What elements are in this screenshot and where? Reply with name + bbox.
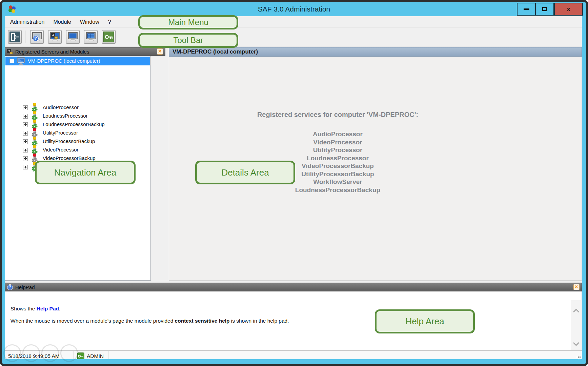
minimize-icon	[524, 8, 529, 10]
tree-node-label: LoudnessProcessorBackup	[43, 121, 105, 127]
expand-toggle[interactable]	[23, 148, 28, 152]
tree-node-label: AudioProcessor	[43, 104, 79, 110]
expand-toggle[interactable]	[23, 165, 28, 169]
tree-node-label: VM-DPEPROC (local computer)	[28, 58, 100, 64]
maximize-icon	[542, 7, 547, 11]
helppad-toggle-button[interactable]: ?	[30, 30, 44, 44]
service-item: UtilityProcessor	[169, 146, 506, 154]
helppad-link[interactable]: Help Pad	[37, 306, 59, 311]
exit-door-icon	[9, 32, 20, 42]
scroll-down-icon[interactable]	[572, 342, 580, 346]
helppad-panel: ? HelpPad ✕ Shows the Help Pad. When the…	[5, 283, 582, 350]
tree-node[interactable]: LoudnessProcessorBackup	[5, 120, 150, 129]
helppad-icon: ?	[7, 284, 13, 290]
navigation-toggle-button[interactable]	[48, 30, 62, 44]
helppad-header: ? HelpPad ✕	[5, 283, 582, 291]
menu-module[interactable]: Module	[53, 19, 71, 25]
menu-help[interactable]: ?	[108, 19, 111, 25]
expand-toggle[interactable]	[23, 122, 28, 127]
helppad-content: Shows the Help Pad. When the mouse is mo…	[5, 291, 582, 350]
close-button[interactable]: x	[554, 3, 583, 16]
resize-grip-icon[interactable]	[577, 356, 581, 359]
servers-tree-icon	[7, 49, 13, 54]
navigation-panel-title: Registered Servers and Modules	[15, 49, 89, 55]
annotation-navigation-area: Navigation Area	[35, 161, 136, 184]
expand-toggle[interactable]	[23, 105, 28, 110]
tree-node[interactable]: LoudnessProcessor	[5, 112, 150, 120]
expand-toggle[interactable]	[23, 114, 28, 119]
service-item: LoudnessProcessorBackup	[169, 186, 506, 194]
watermark-circle	[41, 344, 59, 362]
helppad-text: Shows the	[11, 306, 37, 311]
watermark-circle	[3, 344, 21, 362]
details-panel-title: VM-DPEPROC (local computer)	[173, 48, 258, 55]
key-icon	[103, 32, 114, 42]
annotation-main-menu: Main Menu	[138, 15, 238, 29]
tree-node[interactable]: AudioProcessor	[5, 103, 150, 112]
grid-view-icon	[86, 32, 96, 42]
helppad-emphasis: context sensitive help	[175, 318, 230, 324]
navigation-panel-icon	[50, 32, 60, 42]
helppad-monitor-icon: ?	[32, 32, 42, 42]
tree-node-root[interactable]: VM-DPEPROC (local computer)	[5, 57, 150, 65]
helppad-text: .	[59, 306, 60, 311]
collapse-toggle[interactable]	[9, 59, 14, 63]
scroll-up-icon[interactable]	[572, 308, 580, 313]
annotation-details-area: Details Area	[195, 161, 295, 184]
helppad-text: When the mouse is moved over a module's …	[11, 318, 175, 324]
expand-toggle[interactable]	[23, 131, 28, 136]
menu-window[interactable]: Window	[80, 19, 99, 25]
tree-node[interactable]: UtilityProcessor	[5, 129, 150, 137]
navigation-panel-header: Registered Servers and Modules ✕	[5, 47, 165, 56]
helppad-line1: Shows the Help Pad.	[11, 306, 60, 312]
annotation-help-area: Help Area	[375, 309, 475, 333]
tree-node-label: UtilityProcessor	[43, 130, 78, 136]
helppad-close-icon[interactable]: ✕	[573, 284, 580, 290]
tree-node-label: VideoProcessor	[43, 147, 79, 152]
service-item: AudioProcessor	[169, 130, 506, 138]
helppad-text: is shown in the help pad.	[230, 318, 289, 324]
tree-node[interactable]: UtilityProcessorBackup	[5, 137, 150, 146]
status-user-label: ADMIN	[87, 353, 104, 359]
helppad-line2: When the mouse is moved over a module's …	[11, 318, 289, 324]
computer-icon	[17, 57, 26, 65]
details-heading: Registered services for computer 'VM-DPE…	[169, 111, 506, 119]
maximize-button[interactable]	[535, 3, 554, 16]
helppad-title: HelpPad	[15, 284, 35, 290]
menu-bar: Administration Module Window ?	[5, 16, 582, 28]
exit-button[interactable]	[8, 30, 22, 44]
watermark-circle	[60, 344, 78, 362]
client-area: Administration Module Window ?	[5, 16, 582, 359]
window-title: SAF 3.0 Administration	[2, 2, 586, 16]
service-item: VideoProcessor	[169, 138, 506, 146]
login-button[interactable]	[102, 30, 116, 44]
menu-administration[interactable]: Administration	[10, 19, 44, 25]
help-question-icon: ?	[33, 36, 39, 41]
expand-toggle[interactable]	[23, 156, 28, 161]
status-user: ADMIN	[74, 351, 109, 359]
expand-toggle[interactable]	[23, 139, 28, 144]
minimize-button[interactable]	[517, 3, 536, 16]
watermark-circle	[22, 344, 40, 362]
status-bar: 5/18/2018 9:49:05 AM ADMIN	[5, 350, 582, 359]
title-bar[interactable]: SAF 3.0 Administration x	[2, 2, 586, 16]
key-icon	[77, 352, 84, 360]
tree-node-label: VideoProcessorBackup	[43, 155, 96, 161]
tool-bar: ?	[5, 28, 582, 46]
annotation-tool-bar: Tool Bar	[138, 33, 238, 48]
details-view-button[interactable]	[66, 30, 80, 44]
tree-node-label: UtilityProcessorBackup	[43, 138, 95, 144]
details-panel-header: VM-DPEPROC (local computer)	[169, 47, 582, 57]
table-view-button[interactable]	[84, 30, 98, 44]
toolbar-separator	[25, 30, 25, 43]
navigation-close-icon[interactable]: ✕	[157, 48, 163, 55]
tree-node-label: LoudnessProcessor	[43, 113, 88, 119]
tree-node[interactable]: VideoProcessor	[5, 146, 150, 154]
application-window: SAF 3.0 Administration x Administration …	[0, 0, 588, 366]
status-filler	[109, 351, 582, 359]
helppad-scrollbar[interactable]	[571, 300, 581, 350]
details-screen-icon	[68, 32, 78, 42]
